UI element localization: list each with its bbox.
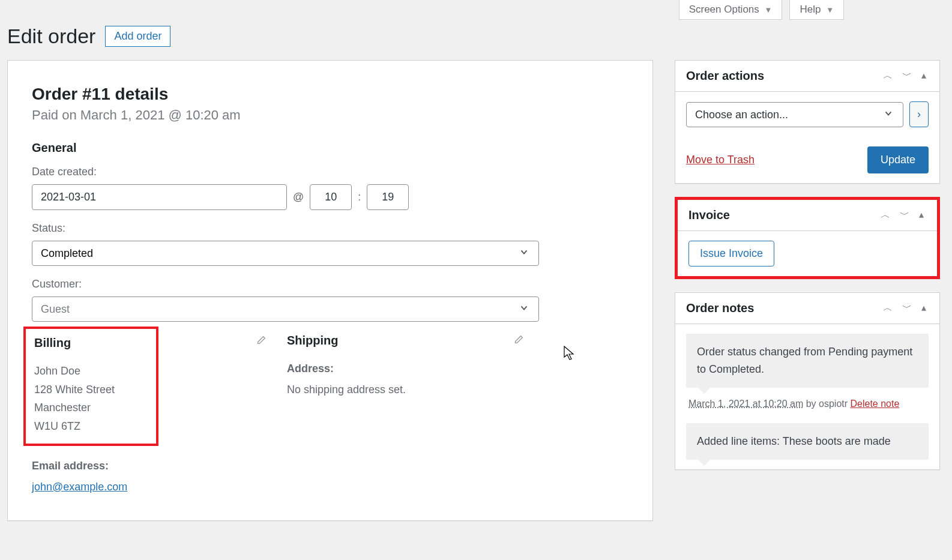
order-actions-panel: Order actions ︿ ﹀ ▴ Choose an action... … [675, 60, 940, 184]
order-note: Added line items: These boots are made [686, 423, 929, 460]
move-up-icon[interactable]: ︿ [878, 209, 893, 221]
minute-input[interactable] [367, 184, 409, 210]
toggle-panel-icon[interactable]: ▴ [919, 302, 929, 315]
order-notes-panel: Order notes ︿ ﹀ ▴ Order status changed f… [675, 292, 940, 470]
shipping-heading: Shipping [287, 334, 339, 348]
invoice-panel: Invoice ︿ ﹀ ▴ Issue Invoice [675, 197, 940, 279]
move-up-icon[interactable]: ︿ [881, 70, 895, 82]
general-heading: General [32, 141, 628, 155]
toggle-panel-icon[interactable]: ▴ [917, 209, 926, 221]
move-down-icon[interactable]: ﹀ [897, 209, 912, 221]
invoice-title: Invoice [688, 208, 730, 222]
order-notes-title: Order notes [686, 301, 754, 315]
pencil-icon[interactable] [513, 334, 524, 348]
order-subtitle: Paid on March 1, 2021 @ 10:20 am [32, 107, 628, 123]
billing-address: John Doe 128 White Street Manchester W1U… [34, 362, 120, 435]
page-title: Edit order [7, 25, 95, 48]
billing-heading: Billing [34, 336, 71, 350]
caret-down-icon: ▼ [826, 5, 834, 14]
shipping-address-value: No shipping address set. [287, 381, 542, 399]
order-heading: Order #11 details [32, 85, 628, 104]
order-details-panel: Order #11 details Paid on March 1, 2021 … [7, 60, 653, 521]
issue-invoice-button[interactable]: Issue Invoice [688, 241, 774, 266]
caret-down-icon: ▼ [765, 5, 773, 14]
date-input[interactable] [32, 184, 287, 210]
hour-input[interactable] [310, 184, 352, 210]
update-button[interactable]: Update [867, 146, 929, 173]
move-to-trash-link[interactable]: Move to Trash [686, 154, 755, 166]
move-down-icon[interactable]: ﹀ [900, 70, 914, 82]
apply-action-button[interactable]: › [909, 101, 929, 127]
move-down-icon[interactable]: ﹀ [900, 302, 914, 315]
delete-note-link[interactable]: Delete note [851, 399, 900, 409]
email-link[interactable]: john@example.com [32, 481, 127, 493]
shipping-address-label: Address: [287, 360, 542, 378]
email-label: Email address: [32, 457, 287, 475]
screen-options-button[interactable]: Screen Options ▼ [679, 0, 783, 20]
order-note: Order status changed from Pending paymen… [686, 334, 929, 388]
status-label: Status: [32, 222, 628, 235]
action-select[interactable]: Choose an action... [686, 102, 903, 127]
date-created-label: Date created: [32, 166, 628, 178]
help-button[interactable]: Help ▼ [789, 0, 844, 20]
pencil-icon[interactable] [256, 335, 267, 348]
customer-label: Customer: [32, 278, 628, 291]
colon-separator: : [358, 191, 361, 203]
move-up-icon[interactable]: ︿ [881, 302, 895, 315]
customer-select[interactable]: Guest [32, 297, 539, 322]
toggle-panel-icon[interactable]: ▴ [919, 70, 929, 82]
order-actions-title: Order actions [686, 69, 764, 83]
status-select[interactable]: Completed [32, 241, 539, 266]
add-order-button[interactable]: Add order [105, 26, 170, 47]
order-note-meta: March 1, 2021 at 10:20 am by ospiotr Del… [686, 396, 929, 412]
at-separator: @ [293, 191, 304, 203]
